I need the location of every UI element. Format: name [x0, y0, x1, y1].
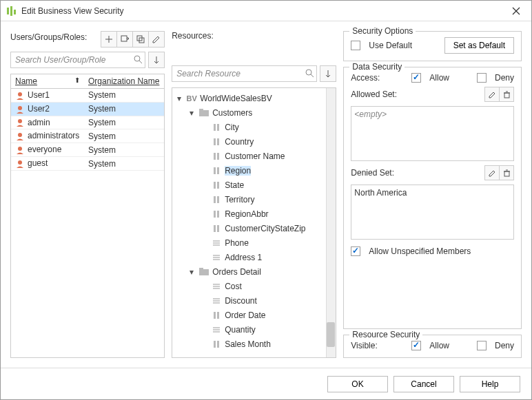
svg-rect-34 [217, 182, 219, 189]
tree-item-label: State [225, 180, 244, 190]
column-name[interactable]: Name [11, 74, 84, 89]
access-allow-checkbox[interactable]: Allow [411, 73, 449, 83]
resources-heading: Resources: [172, 31, 214, 41]
data-security-legend: Data Security [349, 62, 405, 72]
svg-rect-38 [217, 211, 219, 218]
tree-item[interactable]: Phone [172, 235, 336, 250]
close-button[interactable] [507, 1, 526, 21]
user-icon [15, 105, 25, 114]
tree-item[interactable]: Country [172, 134, 336, 149]
folder-icon [198, 266, 209, 277]
search-users [10, 52, 145, 68]
table-row[interactable]: administratorsSystem [11, 129, 164, 143]
tree-item[interactable]: CustomerCityStateZip [172, 221, 336, 235]
tree-item[interactable]: Region [172, 163, 336, 178]
copy-user-button[interactable] [132, 31, 149, 48]
svg-rect-61 [217, 341, 219, 348]
tree-item[interactable]: Order Date [172, 308, 336, 322]
search-users-input[interactable] [10, 52, 145, 68]
table-row[interactable]: everyoneSystem [11, 143, 164, 157]
set-as-default-button[interactable]: Set as Default [444, 37, 514, 54]
tree-item-label: WorldWideSalesBV [200, 94, 272, 103]
tree-item[interactable]: ▾Orders Detail [172, 264, 336, 279]
allow-unspecified-checkbox[interactable]: Allow Unspecified Members [351, 246, 514, 256]
column-icon [211, 209, 222, 220]
tree-item[interactable]: Territory [172, 192, 336, 207]
tree-item[interactable]: ▾BVWorldWideSalesBV [172, 91, 336, 105]
tree-item[interactable]: State [172, 178, 336, 192]
edit-denied-set-button[interactable] [484, 165, 500, 180]
table-row[interactable]: adminSystem [11, 116, 164, 129]
svg-line-12 [139, 61, 142, 63]
denied-set-text[interactable]: North America [351, 185, 514, 240]
tree-twisty[interactable]: ▾ [187, 267, 196, 277]
tree-item-label: Cost [225, 282, 242, 291]
search-resources-input[interactable] [172, 65, 317, 82]
use-default-checkbox[interactable]: Use Default [351, 41, 412, 50]
column-icon [211, 310, 222, 321]
visible-deny-checkbox[interactable]: Deny [477, 341, 514, 350]
column-icon [211, 165, 222, 176]
tree-item-label: Region [225, 166, 251, 176]
tree-item[interactable]: Sales Month [172, 337, 336, 351]
help-button[interactable]: Help [460, 376, 520, 392]
column-icon [211, 136, 222, 147]
edit-user-button[interactable] [148, 31, 165, 48]
svg-rect-39 [214, 225, 216, 232]
column-org[interactable]: Organization Name [84, 74, 164, 89]
svg-rect-1 [10, 6, 12, 16]
column-icon [211, 180, 222, 191]
tree-item[interactable]: Customer Name [172, 149, 336, 163]
svg-rect-25 [214, 124, 216, 131]
delete-denied-set-button[interactable] [499, 165, 514, 180]
tree-item[interactable]: ▾Customers [172, 105, 336, 120]
tree-twisty[interactable]: ▾ [187, 108, 196, 118]
tree-item-label: Customers [212, 108, 252, 118]
tree-item[interactable]: Quantity [172, 322, 336, 337]
table-row[interactable]: User1System [11, 89, 164, 103]
table-row[interactable]: User2System [11, 102, 164, 116]
cancel-button[interactable]: Cancel [393, 376, 454, 392]
tree-scrollbar-thumb[interactable] [327, 322, 335, 347]
svg-rect-56 [217, 312, 219, 319]
tree-item[interactable]: RegionAbbr [172, 207, 336, 221]
svg-rect-36 [217, 196, 219, 203]
svg-rect-27 [214, 138, 216, 145]
visible-allow-checkbox[interactable]: Allow [411, 341, 449, 350]
svg-rect-29 [214, 153, 216, 160]
resources-tree[interactable]: ▾BVWorldWideSalesBV▾CustomersCityCountry… [172, 87, 336, 358]
svg-rect-37 [214, 211, 216, 218]
dialog-window: Edit Business View Security Users/Groups… [0, 0, 532, 400]
tree-item-label: Customer Name [225, 151, 285, 161]
delete-allowed-set-button[interactable] [499, 87, 514, 102]
svg-line-21 [311, 74, 314, 77]
tree-item[interactable]: City [172, 120, 336, 134]
tree-item-label: CustomerCityStateZip [225, 224, 305, 233]
sort-resources-button[interactable] [320, 65, 336, 82]
access-deny-checkbox[interactable]: Deny [477, 73, 514, 83]
tree-scrollbar[interactable] [326, 88, 336, 357]
edit-allowed-set-button[interactable] [484, 87, 500, 102]
tree-item[interactable]: Cost [172, 279, 336, 293]
svg-rect-35 [214, 196, 216, 203]
remove-user-button[interactable] [116, 31, 133, 48]
app-icon [6, 6, 17, 17]
visible-label: Visible: [351, 341, 406, 350]
allowed-set-text[interactable]: <empty> [351, 106, 514, 161]
svg-rect-30 [217, 153, 219, 160]
tree-item-label: Discount [225, 296, 257, 306]
users-panel: Users/Groups/Roles: Name Organizat [10, 31, 165, 358]
svg-rect-32 [217, 167, 219, 174]
tree-item[interactable]: Address 1 [172, 250, 336, 264]
svg-rect-48 [199, 268, 203, 270]
add-user-button[interactable] [101, 31, 117, 48]
column-icon [211, 151, 222, 162]
table-row[interactable]: guestSystem [11, 157, 164, 171]
tree-twisty[interactable]: ▾ [175, 94, 183, 103]
sort-users-button[interactable] [148, 52, 165, 68]
window-title: Edit Business View Security [21, 6, 507, 16]
tree-item-label: RegionAbbr [225, 209, 268, 219]
tree-item[interactable]: Discount [172, 293, 336, 308]
allowed-set-label: Allowed Set: [351, 90, 397, 99]
ok-button[interactable]: OK [327, 376, 388, 392]
